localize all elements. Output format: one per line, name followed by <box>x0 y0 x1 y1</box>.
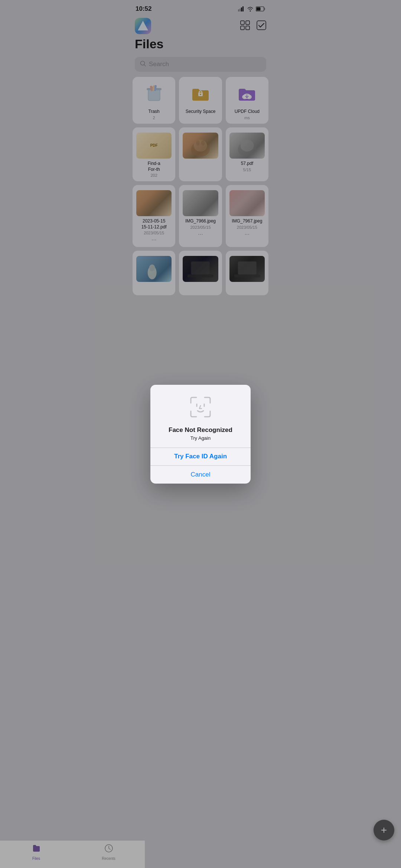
modal-overlay: Face Not Recognized Try Again Try Face I… <box>128 0 273 332</box>
